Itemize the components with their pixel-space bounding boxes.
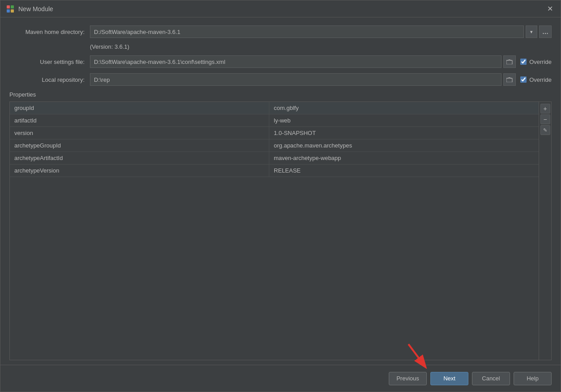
table-row[interactable]: archetypeGroupId org.apache.maven.archet… [10, 139, 539, 152]
svg-rect-3 [11, 9, 14, 13]
add-property-button[interactable]: + [540, 104, 550, 114]
edit-property-button[interactable]: ✎ [540, 125, 550, 135]
user-settings-override-label: Override [529, 59, 552, 65]
user-settings-label: User settings file: [9, 59, 90, 65]
title-bar-left: New Module [6, 4, 53, 13]
local-repo-label: Local repository: [9, 76, 90, 83]
prop-key-5: archetypeVersion [10, 164, 269, 177]
app-icon [6, 4, 15, 13]
user-settings-input[interactable] [90, 55, 502, 68]
table-row[interactable]: archetypeVersion RELEASE [10, 164, 539, 177]
remove-property-button[interactable]: − [540, 114, 550, 124]
prop-key-1: artifactId [10, 114, 269, 126]
prop-value-2: 1.0-SNAPSHOT [269, 127, 539, 139]
svg-rect-1 [11, 5, 14, 8]
table-row[interactable]: archetypeArtifactId maven-archetype-weba… [10, 152, 539, 164]
maven-home-row: Maven home directory: ▾ … [9, 25, 552, 38]
title-bar: New Module ✕ [0, 0, 561, 17]
prop-key-4: archetypeArtifactId [10, 152, 269, 164]
maven-home-input-group: ▾ … [90, 25, 552, 38]
prop-key-2: version [10, 127, 269, 139]
svg-rect-5 [506, 78, 512, 82]
properties-section-title: Properties [9, 91, 552, 98]
local-repo-override-label: Override [529, 76, 552, 83]
user-settings-row: User settings file: Override [9, 55, 552, 68]
dialog-title: New Module [18, 5, 53, 13]
maven-home-label: Maven home directory: [9, 29, 90, 35]
table-row[interactable]: groupId com.gblfy [10, 102, 539, 114]
svg-rect-4 [506, 60, 512, 64]
cancel-button[interactable]: Cancel [472, 372, 510, 385]
table-row[interactable]: artifactId ly-web [10, 114, 539, 127]
prop-value-3: org.apache.maven.archetypes [269, 139, 539, 152]
local-repo-browse-btn[interactable] [503, 73, 516, 86]
svg-rect-2 [7, 9, 10, 13]
properties-table: groupId com.gblfy artifactId ly-web vers… [10, 102, 539, 360]
maven-home-dropdown-btn[interactable]: ▾ [526, 25, 537, 38]
next-button[interactable]: Next [430, 372, 468, 385]
local-repo-override-checkbox[interactable] [520, 76, 527, 83]
local-repo-input[interactable] [90, 73, 502, 86]
properties-toolbar: + − ✎ [539, 102, 551, 360]
close-button[interactable]: ✕ [544, 4, 555, 14]
user-settings-override-group: Override [520, 59, 552, 65]
prop-key-3: archetypeGroupId [10, 139, 269, 152]
user-settings-browse-btn[interactable] [503, 55, 516, 68]
previous-button[interactable]: Previous [389, 372, 427, 385]
maven-home-extra-btn[interactable]: … [539, 25, 552, 38]
prop-value-4: maven-archetype-webapp [269, 152, 539, 164]
svg-rect-0 [7, 5, 10, 8]
help-button[interactable]: Help [514, 372, 552, 385]
dialog-content: Maven home directory: ▾ … (Version: 3.6.… [0, 17, 561, 365]
properties-container: groupId com.gblfy artifactId ly-web vers… [9, 101, 552, 360]
local-repo-override-group: Override [520, 76, 552, 83]
local-repo-input-group: Override [90, 73, 552, 86]
table-row[interactable]: version 1.0-SNAPSHOT [10, 127, 539, 139]
prop-value-5: RELEASE [269, 164, 539, 177]
dialog-footer: Previous Next Cancel Help [0, 365, 561, 392]
user-settings-override-checkbox[interactable] [520, 59, 527, 65]
prop-key-0: groupId [10, 102, 269, 114]
dialog-window: New Module ✕ Maven home directory: ▾ … (… [0, 0, 561, 392]
local-repo-row: Local repository: Override [9, 73, 552, 86]
maven-home-input[interactable] [90, 25, 524, 38]
user-settings-input-group: Override [90, 55, 552, 68]
prop-value-0: com.gblfy [269, 102, 539, 114]
prop-value-1: ly-web [269, 114, 539, 126]
version-note: (Version: 3.6.1) [90, 43, 552, 50]
